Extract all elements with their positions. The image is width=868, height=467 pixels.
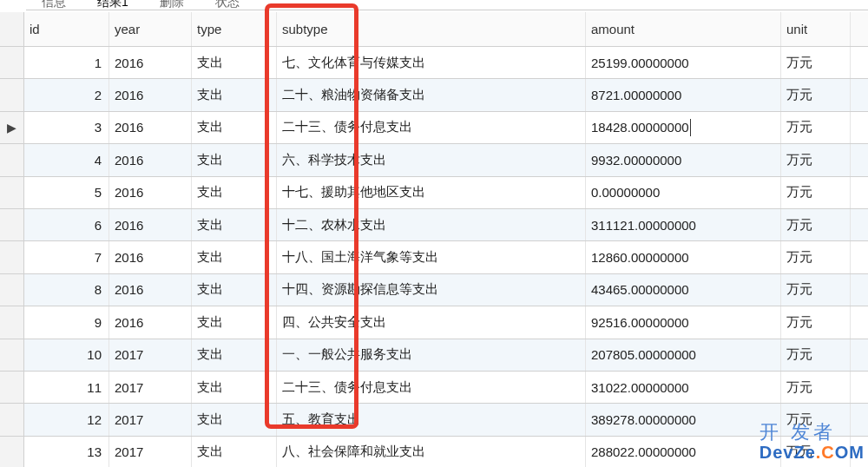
cell-year[interactable]: 2016 — [109, 177, 192, 208]
cell-subtype[interactable]: 十八、国土海洋气象等支出 — [277, 241, 586, 273]
table-row[interactable]: 112017支出二十三、债务付息支出31022.00000000万元 — [0, 372, 868, 404]
cell-unit[interactable]: 万元 — [781, 241, 851, 273]
header-year[interactable]: year — [109, 12, 192, 46]
table-row[interactable]: 122017支出五、教育支出389278.00000000万元 — [0, 404, 868, 436]
header-amount[interactable]: amount — [586, 12, 781, 46]
header-id[interactable]: id — [24, 12, 109, 46]
cell-unit[interactable]: 万元 — [781, 372, 851, 403]
header-subtype[interactable]: subtype — [277, 12, 586, 46]
cell-type[interactable]: 支出 — [192, 177, 277, 208]
cell-type[interactable]: 支出 — [192, 209, 277, 240]
cell-amount[interactable]: 0.00000000 — [586, 177, 781, 208]
cell-amount[interactable]: 8721.00000000 — [586, 79, 781, 110]
table-row[interactable]: 52016支出十七、援助其他地区支出0.00000000万元 — [0, 177, 868, 209]
cell-year[interactable]: 2016 — [109, 47, 192, 78]
cell-year[interactable]: 2016 — [109, 274, 192, 306]
cell-year[interactable]: 2016 — [109, 306, 192, 338]
cell-year[interactable]: 2016 — [109, 144, 192, 175]
table-row[interactable]: 12016支出七、文化体育与传媒支出25199.00000000万元 — [0, 47, 868, 79]
table-row[interactable]: ▶32016支出二十三、债务付息支出18428.00000000万元 — [0, 112, 868, 144]
cell-year[interactable]: 2017 — [109, 437, 192, 467]
cell-amount[interactable]: 43465.00000000 — [586, 274, 781, 306]
table-row[interactable]: 92016支出四、公共安全支出92516.00000000万元 — [0, 306, 868, 339]
cell-unit[interactable]: 万元 — [781, 177, 851, 208]
cell-type[interactable]: 支出 — [192, 274, 277, 306]
cell-amount[interactable]: 12860.00000000 — [586, 241, 781, 273]
header-type[interactable]: type — [192, 12, 277, 46]
cell-type[interactable]: 支出 — [192, 47, 277, 78]
cell-id[interactable]: 11 — [24, 372, 109, 403]
cell-subtype[interactable]: 一、一般公共服务支出 — [277, 339, 586, 371]
table-row[interactable]: 22016支出二十、粮油物资储备支出8721.00000000万元 — [0, 79, 868, 111]
cell-unit[interactable]: 万元 — [781, 79, 851, 110]
cell-unit[interactable]: 万元 — [781, 339, 851, 371]
cell-id[interactable]: 13 — [24, 437, 109, 467]
cell-id[interactable]: 3 — [24, 112, 109, 143]
cell-subtype[interactable]: 十四、资源勘探信息等支出 — [277, 274, 586, 306]
cell-unit[interactable]: 万元 — [781, 112, 851, 143]
cell-id[interactable]: 2 — [24, 79, 109, 110]
cell-unit[interactable]: 万元 — [781, 209, 851, 240]
table-row[interactable]: 72016支出十八、国土海洋气象等支出12860.00000000万元 — [0, 241, 868, 273]
cell-year[interactable]: 2017 — [109, 372, 192, 403]
header-unit[interactable]: unit — [781, 12, 851, 46]
cell-id[interactable]: 1 — [24, 47, 109, 78]
cell-year[interactable]: 2017 — [109, 404, 192, 435]
cell-amount[interactable]: 92516.00000000 — [586, 306, 781, 338]
cell-unit[interactable]: 万元 — [781, 306, 851, 338]
table-row[interactable]: 102017支出一、一般公共服务支出207805.00000000万元 — [0, 339, 868, 372]
cell-id[interactable]: 9 — [24, 306, 109, 338]
cell-unit[interactable]: 万元 — [781, 274, 851, 306]
cell-amount[interactable]: 207805.00000000 — [586, 339, 781, 371]
cell-type[interactable]: 支出 — [192, 404, 277, 435]
cell-unit[interactable]: 万元 — [781, 404, 851, 435]
cell-subtype[interactable]: 十二、农林水支出 — [277, 209, 586, 240]
cell-year[interactable]: 2017 — [109, 339, 192, 371]
cell-subtype[interactable]: 八、社会保障和就业支出 — [277, 437, 586, 467]
tab-delete[interactable]: 删除 — [144, 0, 200, 10]
cell-type[interactable]: 支出 — [192, 241, 277, 273]
cell-id[interactable]: 5 — [24, 177, 109, 208]
cell-amount[interactable]: 311121.00000000 — [586, 209, 781, 240]
table-row[interactable]: 132017支出八、社会保障和就业支出288022.00000000万元 — [0, 437, 868, 467]
table-row[interactable]: 62016支出十二、农林水支出311121.00000000万元 — [0, 209, 868, 241]
cell-amount[interactable]: 389278.00000000 — [586, 404, 781, 435]
cell-year[interactable]: 2016 — [109, 241, 192, 273]
cell-subtype[interactable]: 六、科学技术支出 — [277, 144, 586, 175]
cell-subtype[interactable]: 四、公共安全支出 — [277, 306, 586, 338]
cell-year[interactable]: 2016 — [109, 79, 192, 110]
cell-type[interactable]: 支出 — [192, 306, 277, 338]
cell-subtype[interactable]: 二十三、债务付息支出 — [277, 372, 586, 403]
tab-status[interactable]: 状态 — [200, 0, 255, 10]
cell-year[interactable]: 2016 — [109, 209, 192, 240]
tab-info[interactable]: 信息 — [26, 0, 82, 10]
cell-type[interactable]: 支出 — [192, 144, 277, 175]
cell-amount[interactable]: 31022.00000000 — [586, 372, 781, 403]
cell-id[interactable]: 7 — [24, 241, 109, 273]
cell-amount[interactable]: 288022.00000000 — [586, 437, 781, 467]
cell-unit[interactable]: 万元 — [781, 144, 851, 175]
table-row[interactable]: 42016支出六、科学技术支出9932.00000000万元 — [0, 144, 868, 176]
cell-id[interactable]: 10 — [24, 339, 109, 371]
cell-subtype[interactable]: 五、教育支出 — [277, 404, 586, 435]
cell-type[interactable]: 支出 — [192, 112, 277, 143]
cell-unit[interactable]: 万元 — [781, 47, 851, 78]
cell-id[interactable]: 8 — [24, 274, 109, 306]
cell-type[interactable]: 支出 — [192, 372, 277, 403]
cell-type[interactable]: 支出 — [192, 437, 277, 467]
cell-id[interactable]: 6 — [24, 209, 109, 240]
cell-type[interactable]: 支出 — [192, 79, 277, 110]
cell-subtype[interactable]: 二十三、债务付息支出 — [277, 112, 586, 143]
cell-amount[interactable]: 25199.00000000 — [586, 47, 781, 78]
cell-type[interactable]: 支出 — [192, 339, 277, 371]
cell-subtype[interactable]: 七、文化体育与传媒支出 — [277, 47, 586, 78]
cell-subtype[interactable]: 二十、粮油物资储备支出 — [277, 79, 586, 110]
data-grid[interactable]: id year type subtype amount unit 12016支出… — [0, 12, 868, 467]
cell-id[interactable]: 4 — [24, 144, 109, 175]
cell-amount[interactable]: 18428.00000000 — [586, 112, 781, 143]
cell-amount[interactable]: 9932.00000000 — [586, 144, 781, 175]
cell-year[interactable]: 2016 — [109, 112, 192, 143]
cell-id[interactable]: 12 — [24, 404, 109, 435]
tab-result1[interactable]: 结果1 — [82, 0, 144, 10]
cell-subtype[interactable]: 十七、援助其他地区支出 — [277, 177, 586, 208]
